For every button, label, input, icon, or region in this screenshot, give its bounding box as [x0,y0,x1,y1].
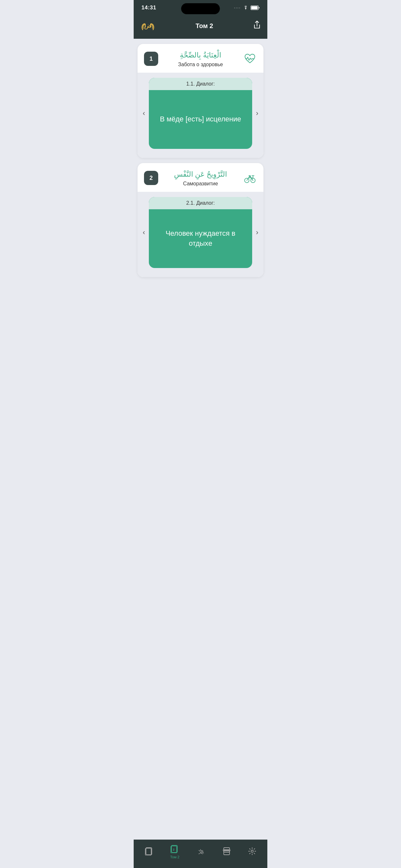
chapter-2-number: 2 [144,171,158,185]
lesson-2-text: Человек нуждается в отдыхе [155,228,245,249]
lesson-2-body: Человек нуждается в отдыхе [149,209,252,268]
signal-icon: ···· [234,5,241,10]
chapter-1-slider: ‹ 1.1. Диалог: В мёде [есть] исцеление › [137,73,264,158]
chapter-2-russian: Саморазвитие [161,181,240,187]
app-logo: ض [140,18,156,34]
chapter-1-arabic: الْعِنَايَةُ بِالصِّحَّةِ [161,51,240,60]
chapter-1-russian: Забота о здоровье [161,62,240,67]
chapter-1-header: 1 الْعِنَايَةُ بِالصِّحَّةِ Забота о здо… [137,44,264,73]
lesson-2-header: 2.1. Диалог: [149,197,252,209]
lesson-1-next-button[interactable]: › [253,106,261,120]
chapter-2-titles: التَّرْوِيحُ عَنِ النَّفْسِ Саморазвитие [158,169,243,187]
chapter-2-arabic: التَّرْوِيحُ عَنِ النَّفْسِ [161,169,240,180]
main-content: 1 الْعِنَايَةُ بِالصِّحَّةِ Забота о здо… [134,39,267,314]
lesson-1-slider-container: ‹ 1.1. Диалог: В мёде [есть] исцеление › [137,74,264,153]
status-icons: ···· [234,5,259,10]
chapter-2-header: 2 التَّرْوِيحُ عَنِ النَّفْسِ Саморазвит… [137,163,264,192]
svg-rect-1 [251,6,258,9]
lesson-1-body: В мёде [есть] исцеление [149,90,252,149]
status-time: 14:31 [142,4,156,11]
share-button[interactable] [253,20,261,31]
chapter-1-section: 1 الْعِنَايَةُ بِالصِّحَّةِ Забота о здо… [137,44,264,158]
status-bar: 14:31 ···· [134,0,267,14]
bicycle-icon [243,171,257,185]
dynamic-island [181,3,220,14]
chapter-2-section: 2 التَّرْوِيحُ عَنِ النَّفْسِ Саморазвит… [137,163,264,277]
lesson-1-header: 1.1. Диалог: [149,78,252,90]
chapter-2-slider: ‹ 2.1. Диалог: Человек нуждается в отдых… [137,192,264,277]
nav-bar: ض Том 2 [134,14,267,39]
wifi-icon [243,5,249,10]
lesson-2-prev-button[interactable]: ‹ [140,226,148,239]
chapter-1-titles: الْعِنَايَةُ بِالصِّحَّةِ Забота о здоро… [158,51,243,67]
lesson-1-prev-button[interactable]: ‹ [140,106,148,120]
nav-title: Том 2 [196,22,213,30]
lesson-1-card[interactable]: 1.1. Диалог: В мёде [есть] исцеление [149,78,252,149]
lesson-2-card[interactable]: 2.1. Диалог: Человек нуждается в отдыхе [149,197,252,268]
chapter-1-number: 1 [144,52,158,66]
lesson-2-slider-container: ‹ 2.1. Диалог: Человек нуждается в отдых… [137,193,264,272]
heart-rate-icon [243,52,257,66]
lesson-2-next-button[interactable]: › [253,226,261,239]
svg-text:ض: ض [144,22,152,29]
battery-icon [251,5,259,10]
lesson-1-text: В мёде [есть] исцеление [160,114,241,124]
